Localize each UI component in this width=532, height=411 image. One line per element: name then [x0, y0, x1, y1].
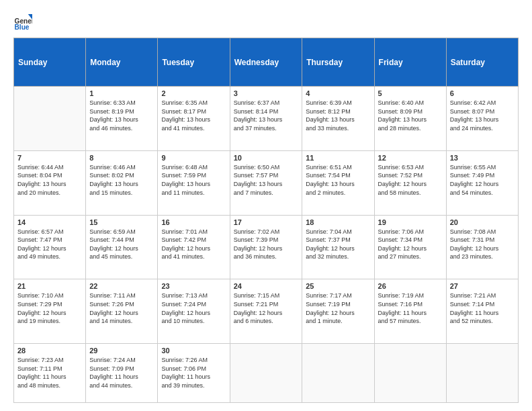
calendar-cell: 2Sunrise: 6:35 AM Sunset: 8:17 PM Daylig…	[158, 87, 230, 151]
calendar-header-monday: Monday	[86, 38, 158, 87]
day-number: 26	[378, 282, 443, 290]
day-number: 27	[450, 282, 515, 290]
calendar-week-2: 7Sunrise: 6:44 AM Sunset: 8:04 PM Daylig…	[14, 150, 519, 215]
day-number: 22	[89, 282, 154, 290]
calendar-cell: 11Sunrise: 6:51 AM Sunset: 7:54 PM Dayli…	[302, 150, 374, 215]
calendar-cell: 16Sunrise: 7:01 AM Sunset: 7:42 PM Dayli…	[158, 215, 230, 279]
day-number: 20	[450, 218, 515, 226]
calendar-week-5: 28Sunrise: 7:23 AM Sunset: 7:11 PM Dayli…	[14, 344, 519, 403]
day-info: Sunrise: 7:06 AM Sunset: 7:34 PM Dayligh…	[378, 228, 443, 261]
day-number: 23	[161, 282, 226, 290]
day-number: 9	[161, 154, 226, 162]
calendar-header-row: SundayMondayTuesdayWednesdayThursdayFrid…	[14, 38, 519, 87]
day-number: 11	[306, 154, 370, 162]
day-info: Sunrise: 7:26 AM Sunset: 7:06 PM Dayligh…	[161, 356, 226, 390]
day-info: Sunrise: 7:01 AM Sunset: 7:42 PM Dayligh…	[161, 228, 226, 261]
day-number: 25	[306, 282, 370, 290]
calendar-cell: 18Sunrise: 7:04 AM Sunset: 7:37 PM Dayli…	[302, 215, 374, 279]
calendar-week-1: 1Sunrise: 6:33 AM Sunset: 8:19 PM Daylig…	[14, 87, 519, 151]
day-number: 4	[306, 89, 370, 97]
day-info: Sunrise: 6:50 AM Sunset: 7:57 PM Dayligh…	[234, 163, 299, 197]
day-number: 10	[234, 154, 299, 162]
calendar-table: SundayMondayTuesdayWednesdayThursdayFrid…	[13, 38, 519, 403]
calendar-header-wednesday: Wednesday	[230, 38, 302, 87]
calendar-week-3: 14Sunrise: 6:57 AM Sunset: 7:47 PM Dayli…	[14, 215, 519, 279]
calendar-cell: 27Sunrise: 7:21 AM Sunset: 7:14 PM Dayli…	[446, 279, 518, 344]
page-header: General Blue	[13, 12, 519, 31]
calendar-cell: 25Sunrise: 7:17 AM Sunset: 7:19 PM Dayli…	[302, 279, 374, 344]
calendar-cell: 13Sunrise: 6:55 AM Sunset: 7:49 PM Dayli…	[446, 150, 518, 215]
calendar-cell: 22Sunrise: 7:11 AM Sunset: 7:26 PM Dayli…	[86, 279, 158, 344]
calendar-cell	[302, 344, 374, 403]
calendar-cell: 30Sunrise: 7:26 AM Sunset: 7:06 PM Dayli…	[158, 344, 230, 403]
day-info: Sunrise: 6:46 AM Sunset: 8:02 PM Dayligh…	[89, 163, 154, 197]
day-number: 19	[378, 218, 443, 226]
day-number: 16	[161, 218, 226, 226]
calendar-cell: 26Sunrise: 7:19 AM Sunset: 7:16 PM Dayli…	[374, 279, 446, 344]
day-info: Sunrise: 7:21 AM Sunset: 7:14 PM Dayligh…	[450, 291, 515, 325]
calendar-cell	[446, 344, 518, 403]
calendar-cell: 28Sunrise: 7:23 AM Sunset: 7:11 PM Dayli…	[14, 344, 86, 403]
calendar-header-sunday: Sunday	[14, 38, 86, 87]
calendar-cell: 15Sunrise: 6:59 AM Sunset: 7:44 PM Dayli…	[86, 215, 158, 279]
day-info: Sunrise: 6:57 AM Sunset: 7:47 PM Dayligh…	[17, 228, 82, 261]
day-info: Sunrise: 7:15 AM Sunset: 7:21 PM Dayligh…	[234, 291, 299, 325]
day-number: 12	[378, 154, 443, 162]
svg-text:Blue: Blue	[15, 24, 30, 31]
calendar-cell: 1Sunrise: 6:33 AM Sunset: 8:19 PM Daylig…	[86, 87, 158, 151]
day-number: 30	[161, 347, 226, 355]
day-number: 24	[234, 282, 299, 290]
day-number: 6	[450, 89, 515, 97]
day-number: 1	[89, 89, 154, 97]
day-number: 3	[234, 89, 299, 97]
calendar-header-friday: Friday	[374, 38, 446, 87]
calendar-cell	[374, 344, 446, 403]
calendar-cell: 20Sunrise: 7:08 AM Sunset: 7:31 PM Dayli…	[446, 215, 518, 279]
calendar-week-4: 21Sunrise: 7:10 AM Sunset: 7:29 PM Dayli…	[14, 279, 519, 344]
calendar-cell: 7Sunrise: 6:44 AM Sunset: 8:04 PM Daylig…	[14, 150, 86, 215]
calendar-cell: 21Sunrise: 7:10 AM Sunset: 7:29 PM Dayli…	[14, 279, 86, 344]
calendar-cell: 29Sunrise: 7:24 AM Sunset: 7:09 PM Dayli…	[86, 344, 158, 403]
day-number: 18	[306, 218, 370, 226]
calendar-cell: 5Sunrise: 6:40 AM Sunset: 8:09 PM Daylig…	[374, 87, 446, 151]
day-number: 2	[161, 89, 226, 97]
day-info: Sunrise: 6:44 AM Sunset: 8:04 PM Dayligh…	[17, 163, 82, 197]
calendar-cell: 19Sunrise: 7:06 AM Sunset: 7:34 PM Dayli…	[374, 215, 446, 279]
calendar-cell	[14, 87, 86, 151]
calendar-header-thursday: Thursday	[302, 38, 374, 87]
day-info: Sunrise: 7:19 AM Sunset: 7:16 PM Dayligh…	[378, 291, 443, 325]
calendar-cell: 14Sunrise: 6:57 AM Sunset: 7:47 PM Dayli…	[14, 215, 86, 279]
day-number: 14	[17, 218, 82, 226]
day-info: Sunrise: 7:04 AM Sunset: 7:37 PM Dayligh…	[306, 228, 370, 261]
calendar-cell: 3Sunrise: 6:37 AM Sunset: 8:14 PM Daylig…	[230, 87, 302, 151]
day-info: Sunrise: 6:37 AM Sunset: 8:14 PM Dayligh…	[234, 99, 299, 132]
day-number: 15	[89, 218, 154, 226]
day-info: Sunrise: 7:17 AM Sunset: 7:19 PM Dayligh…	[306, 291, 370, 325]
day-info: Sunrise: 6:55 AM Sunset: 7:49 PM Dayligh…	[450, 163, 515, 197]
logo-icon: General Blue	[13, 12, 32, 31]
day-info: Sunrise: 7:11 AM Sunset: 7:26 PM Dayligh…	[89, 291, 154, 325]
calendar-cell: 24Sunrise: 7:15 AM Sunset: 7:21 PM Dayli…	[230, 279, 302, 344]
calendar-cell: 10Sunrise: 6:50 AM Sunset: 7:57 PM Dayli…	[230, 150, 302, 215]
day-number: 28	[17, 347, 82, 355]
day-number: 5	[378, 89, 443, 97]
day-info: Sunrise: 7:24 AM Sunset: 7:09 PM Dayligh…	[89, 356, 154, 390]
day-number: 13	[450, 154, 515, 162]
day-info: Sunrise: 6:35 AM Sunset: 8:17 PM Dayligh…	[161, 99, 226, 132]
day-info: Sunrise: 7:02 AM Sunset: 7:39 PM Dayligh…	[234, 228, 299, 261]
day-number: 7	[17, 154, 82, 162]
calendar-cell: 12Sunrise: 6:53 AM Sunset: 7:52 PM Dayli…	[374, 150, 446, 215]
day-info: Sunrise: 6:53 AM Sunset: 7:52 PM Dayligh…	[378, 163, 443, 197]
day-number: 21	[17, 282, 82, 290]
calendar-cell: 6Sunrise: 6:42 AM Sunset: 8:07 PM Daylig…	[446, 87, 518, 151]
day-info: Sunrise: 6:51 AM Sunset: 7:54 PM Dayligh…	[306, 163, 370, 197]
day-info: Sunrise: 7:08 AM Sunset: 7:31 PM Dayligh…	[450, 228, 515, 261]
calendar-header-tuesday: Tuesday	[158, 38, 230, 87]
day-number: 8	[89, 154, 154, 162]
day-info: Sunrise: 6:48 AM Sunset: 7:59 PM Dayligh…	[161, 163, 226, 197]
day-info: Sunrise: 6:59 AM Sunset: 7:44 PM Dayligh…	[89, 228, 154, 261]
day-info: Sunrise: 7:13 AM Sunset: 7:24 PM Dayligh…	[161, 291, 226, 325]
calendar-cell	[230, 344, 302, 403]
calendar-cell: 9Sunrise: 6:48 AM Sunset: 7:59 PM Daylig…	[158, 150, 230, 215]
day-number: 29	[89, 347, 154, 355]
